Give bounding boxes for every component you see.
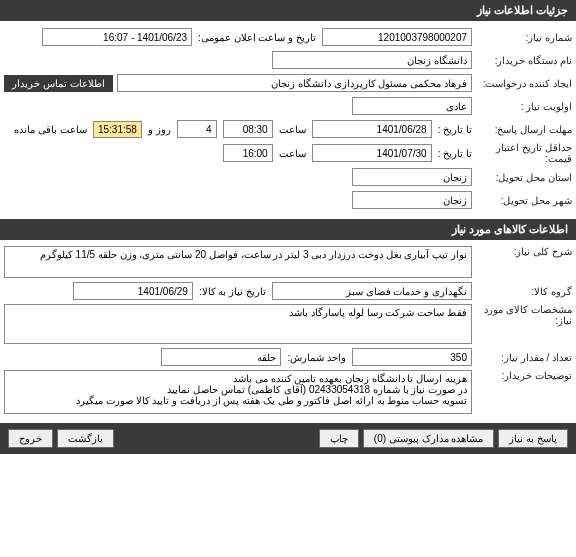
remaining-label: ساعت باقی مانده	[8, 124, 93, 135]
notes-label: توضیحات خریدار:	[472, 370, 572, 381]
need-info-body: شماره نیاز: 1201003798000207 تاریخ و ساع…	[0, 21, 576, 219]
announce-label: تاریخ و ساعت اعلان عمومی:	[192, 32, 322, 43]
desc-value: نوار تیپ آبیاری بغل دوخت درزدار دبی 3 لی…	[4, 246, 472, 278]
goods-info-header: اطلاعات کالاهای مورد نیاز	[0, 219, 576, 240]
deadline-date: 1401/06/28	[312, 120, 432, 138]
desc-label: شرح کلی نیاز:	[472, 246, 572, 257]
to-date-label-1: تا تاریخ :	[432, 124, 472, 135]
days-remaining: 4	[177, 120, 217, 138]
city-value: زنجان	[352, 191, 472, 209]
unit-label: واحد شمارش:	[281, 352, 352, 363]
remaining-time: 15:31:58	[93, 121, 142, 138]
credit-time-label: ساعت	[273, 148, 312, 159]
priority-value: عادی	[352, 97, 472, 115]
city-label: شهر محل تحویل:	[472, 195, 572, 206]
spec-label: مشخصات کالای مورد نیاز:	[472, 304, 572, 326]
exit-button[interactable]: خروج	[8, 429, 53, 448]
province-value: زنجان	[352, 168, 472, 186]
credit-min-label: حداقل تاریخ اعتبار قیمت:	[472, 142, 572, 164]
province-label: استان محل تحویل:	[472, 172, 572, 183]
buyer-label: نام دستگاه خریدار:	[472, 55, 572, 66]
notes-value: هزینه ارسال تا دانشگاه زنجان بعهده تامین…	[4, 370, 472, 414]
print-button[interactable]: چاپ	[319, 429, 359, 448]
priority-label: اولویت نیاز :	[472, 101, 572, 112]
qty-value: 350	[352, 348, 472, 366]
to-date-label-2: تا تاریخ :	[432, 148, 472, 159]
buyer-value: دانشگاه زنجان	[272, 51, 472, 69]
respond-button[interactable]: پاسخ به نیاز	[498, 429, 568, 448]
creator-value: فرهاد محکمی مسئول کارپردازی دانشگاه زنجا…	[117, 74, 472, 92]
deadline-time: 08:30	[223, 120, 273, 138]
spec-value: فقط ساخت شرکت رسا لوله پاسارگاد باشد	[4, 304, 472, 344]
days-label: روز و	[142, 124, 177, 135]
footer-bar: پاسخ به نیاز مشاهده مدارک پیوستی (0) چاپ…	[0, 423, 576, 454]
need-number-label: شماره نیاز:	[472, 32, 572, 43]
need-number-value: 1201003798000207	[322, 28, 472, 46]
announce-value: 1401/06/23 - 16:07	[42, 28, 192, 46]
need-info-header: جزئیات اطلاعات نیاز	[0, 0, 576, 21]
deadline-time-label: ساعت	[273, 124, 312, 135]
unit-value: حلقه	[161, 348, 281, 366]
credit-time: 16:00	[223, 144, 273, 162]
goods-info-body: شرح کلی نیاز: نوار تیپ آبیاری بغل دوخت د…	[0, 240, 576, 423]
creator-label: ایجاد کننده درخواست:	[472, 78, 572, 89]
group-value: نگهداری و خدمات فضای سبز	[272, 282, 472, 300]
contact-buyer-button[interactable]: اطلاعات تماس خریدار	[4, 75, 113, 92]
group-label: گروه کالا:	[472, 286, 572, 297]
need-date-value: 1401/06/29	[73, 282, 193, 300]
attachments-button[interactable]: مشاهده مدارک پیوستی (0)	[363, 429, 495, 448]
qty-label: تعداد / مقدار نیاز:	[472, 352, 572, 363]
deadline-label: مهلت ارسال پاسخ:	[472, 124, 572, 135]
need-date-label: تاریخ نیاز به کالا:	[193, 286, 272, 297]
credit-date: 1401/07/30	[312, 144, 432, 162]
back-button[interactable]: بازگشت	[57, 429, 114, 448]
